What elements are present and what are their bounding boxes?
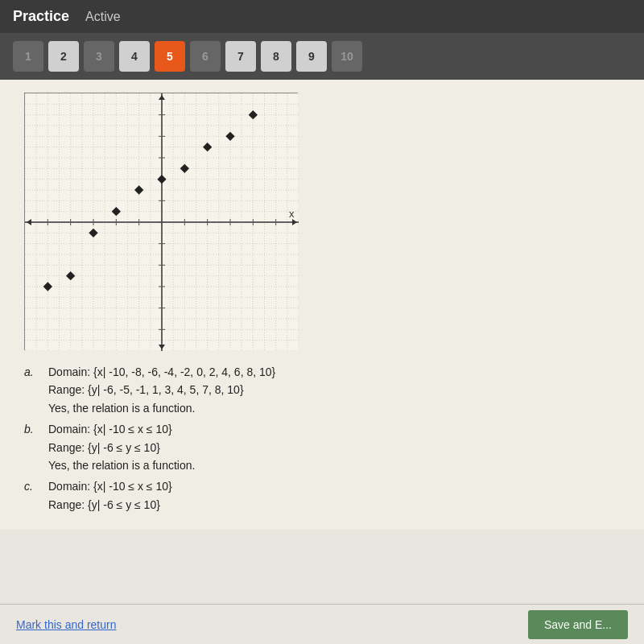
answer-b-letter: b. bbox=[24, 420, 40, 474]
answer-a[interactable]: a. Domain: {x| -10, -8, -6, -4, -2, 0, 2… bbox=[24, 363, 620, 417]
answer-a-line2: Range: {y| -6, -5, -1, 1, 3, 4, 5, 7, 8,… bbox=[48, 381, 275, 398]
graph-canvas bbox=[25, 93, 299, 351]
answers: a. Domain: {x| -10, -8, -6, -4, -2, 0, 2… bbox=[24, 363, 620, 514]
nav-btn-8[interactable]: 8 bbox=[261, 41, 291, 72]
content-area: a. Domain: {x| -10, -8, -6, -4, -2, 0, 2… bbox=[0, 80, 644, 530]
answer-c-line2: Range: {y| -6 ≤ y ≤ 10} bbox=[48, 496, 172, 514]
nav-btn-9[interactable]: 9 bbox=[296, 41, 327, 72]
answer-c-text: Domain: {x| -10 ≤ x ≤ 10} Range: {y| -6 … bbox=[48, 477, 172, 514]
save-button[interactable]: Save and E... bbox=[528, 610, 628, 639]
answer-b-line1: Domain: {x| -10 ≤ x ≤ 10} bbox=[48, 420, 195, 438]
answer-b-line2: Range: {y| -6 ≤ y ≤ 10} bbox=[48, 439, 195, 456]
answer-a-line1: Domain: {x| -10, -8, -6, -4, -2, 0, 2, 4… bbox=[48, 363, 275, 381]
header-title: Practice bbox=[13, 8, 69, 25]
answer-b-text: Domain: {x| -10 ≤ x ≤ 10} Range: {y| -6 … bbox=[48, 420, 195, 474]
nav-btn-1[interactable]: 1 bbox=[13, 41, 43, 72]
header-status: Active bbox=[85, 10, 121, 24]
nav-btn-3[interactable]: 3 bbox=[84, 41, 114, 72]
answer-c[interactable]: c. Domain: {x| -10 ≤ x ≤ 10} Range: {y| … bbox=[24, 477, 620, 514]
nav-btn-5[interactable]: 5 bbox=[155, 41, 185, 72]
nav-btn-7[interactable]: 7 bbox=[225, 41, 256, 72]
answer-a-text: Domain: {x| -10, -8, -6, -4, -2, 0, 2, 4… bbox=[48, 363, 275, 417]
answer-c-letter: c. bbox=[24, 477, 40, 514]
answer-a-letter: a. bbox=[24, 363, 40, 417]
footer: Mark this and return Save and E... bbox=[0, 604, 644, 644]
nav-btn-10[interactable]: 10 bbox=[332, 41, 362, 72]
answer-c-line1: Domain: {x| -10 ≤ x ≤ 10} bbox=[48, 477, 172, 495]
answer-a-line3: Yes, the relation is a function. bbox=[48, 399, 275, 417]
answer-b[interactable]: b. Domain: {x| -10 ≤ x ≤ 10} Range: {y| … bbox=[24, 420, 620, 474]
screen: Practice Active 12345678910 a. Domain: {… bbox=[0, 0, 644, 644]
nav-btn-4[interactable]: 4 bbox=[119, 41, 150, 72]
header: Practice Active bbox=[0, 0, 644, 33]
answer-b-line3: Yes, the relation is a function. bbox=[48, 456, 195, 474]
nav-btn-6[interactable]: 6 bbox=[190, 41, 221, 72]
mark-return-link[interactable]: Mark this and return bbox=[16, 618, 117, 631]
question-nav: 12345678910 bbox=[0, 33, 644, 80]
graph-container bbox=[24, 93, 298, 350]
nav-btn-2[interactable]: 2 bbox=[48, 41, 79, 72]
